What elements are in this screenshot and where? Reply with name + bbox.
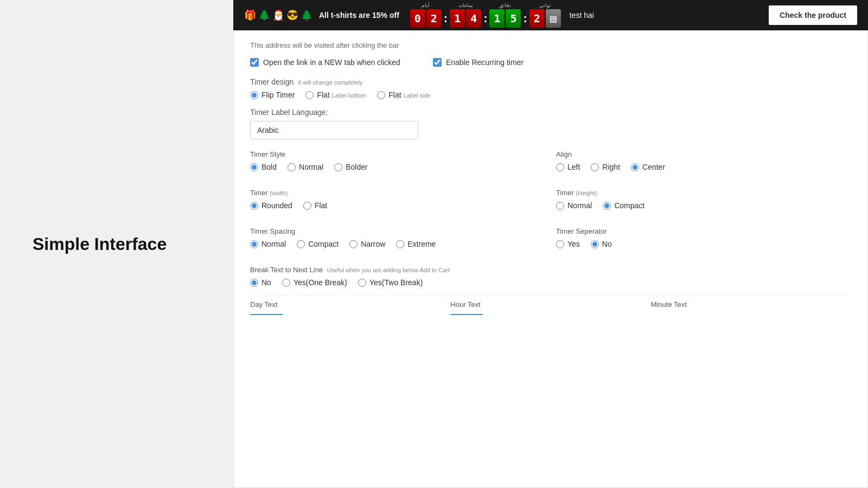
minutes-digits: 1 5 [489,9,521,28]
minutes-label: دقائق [499,3,511,8]
tree2-icon: 🌲 [301,9,312,21]
new-tab-checkbox-label[interactable]: Open the link in a NEW tab when clicked [250,58,400,67]
break-text-label: Break Text to Next Line Useful when you … [250,266,851,274]
bar-after-text: test hai [570,11,594,20]
bottom-labels-row: Day Text Hour Text Minute Text [250,296,851,317]
spacing-extreme-option[interactable]: Extreme [396,240,436,248]
align-label: Align [556,150,851,158]
spacing-narrow-label: Narrow [361,240,385,248]
timer-width-label: Timer (width) [250,189,545,197]
sep3: : [523,11,527,28]
height-compact-option[interactable]: Compact [603,201,644,210]
flat-width-label: Flat [315,201,327,210]
flip-timer-label: Flip Timer [261,91,295,99]
spacing-normal-label: Normal [261,240,286,248]
flat-side-label: Flat Label side [388,91,430,99]
break-two-option[interactable]: Yes(Two Break) [358,278,423,287]
sec-tens: 2 [529,9,545,28]
timer-style-options: Bold Normal Bolder [250,163,545,171]
flat-label-side-option[interactable]: Flat Label side [377,91,430,99]
flip-timer-option[interactable]: Flip Timer [250,91,295,99]
left-sidebar: Simple Interface [0,0,233,488]
bold-label: Bold [261,163,277,171]
separator-no-option[interactable]: No [591,240,612,248]
timer-separator-label: Timer Seperator [556,227,851,235]
address-note: This address will be visited after click… [250,41,851,49]
announcement-bar: 🎁 🌲 🎅 😎 🌲 All t-shirts are 15% off أيام … [233,0,868,30]
spacing-normal-option[interactable]: Normal [250,240,286,248]
break-two-label: Yes(Two Break) [369,278,423,287]
day-text-input-indicator [250,314,283,315]
seconds-label: ثواني [539,3,551,8]
countdown-timer: أيام 0 2 : ساعات 1 4 : [410,3,561,28]
style-bolder-option[interactable]: Bolder [334,163,367,171]
days-digits: 0 2 [410,9,442,28]
day-text-label: Day Text [250,300,450,317]
min-tens: 1 [489,9,505,28]
timer-language-input[interactable] [250,121,418,139]
break-one-option[interactable]: Yes(One Break) [282,278,347,287]
width-flat-option[interactable]: Flat [303,201,327,210]
width-rounded-option[interactable]: Rounded [250,201,292,210]
height-normal-option[interactable]: Normal [556,201,592,210]
recurring-timer-label: Enable Recurring timer [446,58,524,67]
minute-text-label: Minute Text [651,300,851,317]
align-options: Left Right Center [556,163,851,171]
sep2: : [483,11,487,28]
timer-spacing-group: Timer Spacing Normal Compact [250,227,545,257]
page-title: Simple Interface [33,234,167,254]
hour-text-input-indicator [450,314,483,315]
spacing-extreme-label: Extreme [407,240,436,248]
day-ones: 2 [426,9,442,28]
timer-days: أيام 0 2 [410,3,442,28]
santa-icon: 🎅 [272,9,284,21]
min-ones: 5 [506,9,521,28]
break-no-option[interactable]: No [250,278,271,287]
timer-style-label: Timer Style [250,150,545,158]
height-normal-label: Normal [567,201,592,210]
bar-promo-text: All t-shirts are 15% off [319,11,399,20]
style-align-row: Timer Style Bold Normal Bo [250,150,851,189]
timer-spacing-label: Timer Spacing [250,227,545,235]
align-center-option[interactable]: Center [631,163,665,171]
align-group: Align Left Right Center [556,150,851,180]
timer-language-label: Timer Label Language: [250,108,851,117]
timer-seconds: ثواني 2 ▤ [529,3,561,28]
rounded-label: Rounded [261,201,292,210]
tree-icon: 🌲 [258,9,270,21]
separator-no-label: No [602,240,612,248]
align-right-option[interactable]: Right [591,163,620,171]
separator-yes-option[interactable]: Yes [556,240,580,248]
main-content: 🎁 🌲 🎅 😎 🌲 All t-shirts are 15% off أيام … [233,0,868,488]
break-no-label: No [261,278,271,287]
bar-icons: 🎁 🌲 🎅 😎 🌲 [244,9,312,21]
timer-height-group: Timer (Height) Normal Compact [556,189,851,219]
sec-ones: ▤ [546,9,561,28]
bolder-label: Bolder [346,163,367,171]
recurring-timer-checkbox-label[interactable]: Enable Recurring timer [433,58,524,67]
timer-minutes: دقائق 1 5 [489,3,521,28]
spacing-narrow-option[interactable]: Narrow [349,240,385,248]
timer-design-note: It will change completely [298,79,362,86]
width-height-row: Timer (width) Rounded Flat [250,189,851,227]
align-left-option[interactable]: Left [556,163,580,171]
seconds-digits: 2 ▤ [529,9,561,28]
style-bold-option[interactable]: Bold [250,163,277,171]
timer-style-group: Timer Style Bold Normal Bo [250,150,545,180]
left-label: Left [567,163,580,171]
spacing-compact-option[interactable]: Compact [297,240,339,248]
recurring-timer-checkbox[interactable] [433,58,442,67]
hour-ones: 4 [466,9,481,28]
timer-design-label: Timer design It will change completely [250,78,851,86]
break-one-label: Yes(One Break) [293,278,347,287]
timer-height-options: Normal Compact [556,201,851,210]
day-tens: 0 [410,9,425,28]
new-tab-checkbox[interactable] [250,58,259,67]
style-normal-option[interactable]: Normal [288,163,323,171]
center-label: Center [642,163,665,171]
flat-label-bottom-option[interactable]: Flat Label bottom [305,91,366,99]
hours-digits: 1 4 [450,9,481,28]
timer-separator-options: Yes No [556,240,851,248]
check-product-button[interactable]: Check the product [769,5,857,25]
timer-design-options: Flip Timer Flat Label bottom Flat Label … [250,91,851,99]
